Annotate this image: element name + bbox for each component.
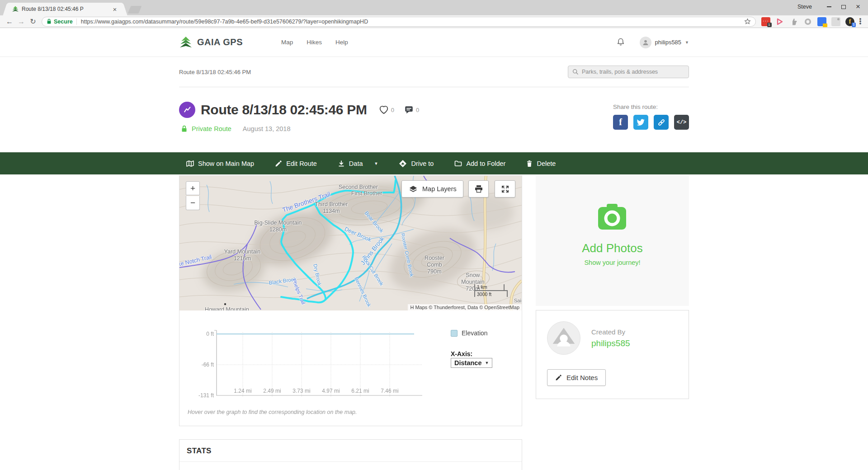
action-label: Edit Route <box>286 160 317 167</box>
share-facebook-button[interactable]: f <box>613 115 628 130</box>
action-label: Data <box>349 160 363 167</box>
share-link-button[interactable] <box>654 115 669 130</box>
extension-icon-blue[interactable] <box>817 17 826 26</box>
tab-title: Route 8/13/18 02:45:46 P <box>22 6 108 12</box>
extension-icon-red[interactable]: ···1 <box>761 17 770 26</box>
edit-notes-label: Edit Notes <box>566 374 598 381</box>
drive-to-button[interactable]: Drive to <box>399 160 434 168</box>
gaia-logo[interactable]: GAIA GPS <box>179 36 243 49</box>
back-button[interactable]: ← <box>4 18 15 26</box>
delete-button[interactable]: Delete <box>526 160 556 167</box>
heart-icon <box>379 105 389 114</box>
y-tick: -131 ft <box>198 392 214 399</box>
navigate-icon <box>399 160 407 168</box>
bookmark-star-icon[interactable] <box>744 18 751 25</box>
extension-icon-arrow[interactable] <box>775 17 784 26</box>
search-placeholder: Parks, trails, pois & addresses <box>582 69 658 75</box>
layers-icon <box>408 185 418 193</box>
nav-map[interactable]: Map <box>281 39 293 46</box>
browser-tab[interactable]: Route 8/13/18 02:45:46 P × <box>8 3 122 15</box>
x-tick: 2.49 mi <box>263 388 281 394</box>
x-axis-select[interactable]: Distance ▼ <box>451 358 492 368</box>
chrome-menu-icon[interactable]: ••• <box>856 18 864 25</box>
topo-map[interactable]: The Brothers Trail Second Brother First … <box>179 176 522 310</box>
reload-button[interactable]: ↻ <box>27 17 39 26</box>
secure-label: Secure <box>54 19 73 25</box>
route-action-bar: Show on Main Map Edit Route Data ▼ Drive… <box>0 152 868 174</box>
url-bar[interactable]: Secure https://www.gaiagps.com/datasumma… <box>42 17 756 27</box>
map-attribution: H Maps © Thunderforest, Data © OpenStree… <box>408 304 522 310</box>
comments-counter[interactable]: 0 <box>404 105 419 114</box>
site-search-input[interactable]: Parks, trails, pois & addresses <box>568 66 689 78</box>
chevron-down-icon: ▼ <box>374 161 378 166</box>
notifications-bell-icon[interactable] <box>616 38 625 47</box>
site-header: GAIA GPS Map Hikes Help philips585 ▼ <box>0 28 868 57</box>
top-nav: Map Hikes Help <box>281 39 348 46</box>
breadcrumb: Route 8/13/18 02:45:46 PM <box>179 69 251 75</box>
map-label: Second Brother <box>339 184 378 190</box>
x-tick: 1.24 mi <box>234 388 251 394</box>
share-section: Share this route: f </> <box>613 102 689 152</box>
route-type-icon <box>179 102 195 118</box>
fullscreen-button[interactable] <box>495 180 515 197</box>
download-icon <box>338 160 345 167</box>
map-label: Yard Mountain1216m <box>221 249 264 262</box>
y-tick: 0 ft <box>206 331 214 337</box>
data-dropdown-button[interactable]: Data ▼ <box>338 160 378 167</box>
print-map-button[interactable] <box>468 180 489 197</box>
edit-notes-button[interactable]: Edit Notes <box>547 369 606 386</box>
stats-card: STATS <box>179 439 522 470</box>
x-tick: 6.21 mi <box>351 388 369 394</box>
pencil-icon <box>275 160 282 167</box>
tab-close-icon[interactable]: × <box>111 5 118 13</box>
zoom-out-button[interactable]: − <box>186 196 200 210</box>
share-label: Share this route: <box>613 103 689 110</box>
action-label: Add to Folder <box>466 160 505 167</box>
extensions-row: ···1 f1 <box>761 17 854 26</box>
y-tick: -66 ft <box>202 362 214 368</box>
map-label: Sain <box>514 298 522 303</box>
window-minimize-button[interactable] <box>822 1 836 13</box>
share-twitter-button[interactable] <box>633 115 648 130</box>
extension-badge: 1 <box>852 23 856 27</box>
edit-route-button[interactable]: Edit Route <box>275 160 317 167</box>
add-photos-card[interactable]: Add Photos Show your journey! <box>536 175 689 306</box>
show-on-main-map-button[interactable]: Show on Main Map <box>186 160 254 167</box>
extension-icon-thumb[interactable] <box>789 17 798 26</box>
user-menu[interactable]: philips585 ▼ <box>640 37 689 48</box>
zoom-in-button[interactable]: + <box>186 181 200 195</box>
new-tab-button[interactable] <box>128 6 142 14</box>
share-embed-button[interactable]: </> <box>674 115 689 130</box>
window-close-button[interactable]: × <box>851 1 865 13</box>
add-to-folder-button[interactable]: Add to Folder <box>454 160 505 167</box>
window-maximize-button[interactable] <box>836 1 851 13</box>
extension-yellow-badge <box>823 24 827 27</box>
gaia-page: GAIA GPS Map Hikes Help philips585 ▼ <box>0 28 868 470</box>
nav-hikes[interactable]: Hikes <box>307 39 322 46</box>
extension-icon-circle[interactable] <box>803 17 812 26</box>
nav-help[interactable]: Help <box>335 39 348 46</box>
map-scale: 1 km 3000 ft <box>474 284 508 297</box>
action-label: Show on Main Map <box>198 160 254 167</box>
x-tick: 3.73 mi <box>292 388 310 394</box>
likes-counter[interactable]: 0 <box>379 105 394 114</box>
page-title: Route 8/13/18 02:45:46 PM <box>201 102 367 118</box>
legend-swatch <box>451 330 458 337</box>
map-label: Big-Slide Mountain1280m <box>251 220 305 233</box>
comment-icon <box>404 105 414 114</box>
extension-icon-f[interactable]: f1 <box>845 17 854 26</box>
map-layers-button[interactable]: Map Layers <box>401 180 463 197</box>
elevation-chart[interactable]: 0 ft -66 ft -131 ft 1.24 mi 2.49 mi 3.73… <box>188 328 425 404</box>
camera-icon <box>595 203 630 231</box>
extension-icon-gray[interactable] <box>831 17 840 26</box>
action-label: Drive to <box>411 160 434 167</box>
browser-window: Route 8/13/18 02:45:46 P × Steve × ← → ↻… <box>0 0 868 28</box>
gaia-favicon <box>12 5 19 13</box>
map-layers-label: Map Layers <box>422 185 457 193</box>
privacy-label: Private Route <box>192 125 231 132</box>
chevron-down-icon: ▼ <box>485 361 489 365</box>
creator-username-link[interactable]: philips585 <box>591 338 630 348</box>
username-label: philips585 <box>655 39 682 46</box>
browser-profile-name[interactable]: Steve <box>797 4 812 10</box>
forward-button[interactable]: → <box>15 18 27 26</box>
